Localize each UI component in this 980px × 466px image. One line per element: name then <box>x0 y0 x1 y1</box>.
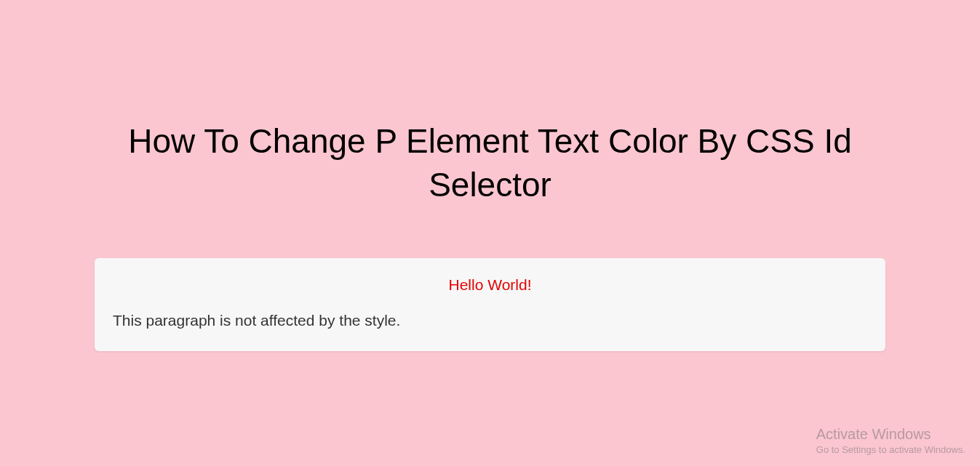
content-wrapper: How To Change P Element Text Color By CS… <box>0 0 980 351</box>
unstyled-paragraph: This paragraph is not affected by the st… <box>113 312 867 329</box>
windows-activation-watermark: Activate Windows Go to Settings to activ… <box>816 426 965 455</box>
example-box: Hello World! This paragraph is not affec… <box>95 258 885 351</box>
watermark-subtitle: Go to Settings to activate Windows. <box>816 444 965 455</box>
watermark-title: Activate Windows <box>816 426 965 443</box>
page-title: How To Change P Element Text Color By CS… <box>0 120 980 207</box>
styled-paragraph: Hello World! <box>113 276 867 294</box>
